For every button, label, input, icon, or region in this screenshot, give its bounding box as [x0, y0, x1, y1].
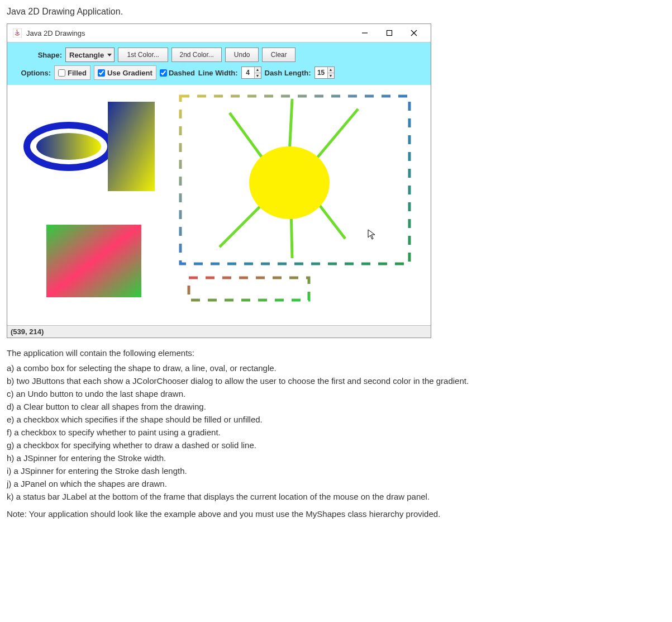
spinner-down-icon[interactable]: ▼ — [328, 73, 334, 79]
undo-button[interactable]: Undo — [225, 48, 259, 62]
description-item: h) a JSpinner for entering the Stroke wi… — [7, 453, 665, 463]
spinner-down-icon[interactable]: ▼ — [255, 73, 261, 79]
status-bar: (539, 214) — [7, 325, 431, 338]
chevron-down-icon — [107, 54, 112, 56]
dashlength-label: Dash Length: — [265, 69, 311, 77]
dashed-checkbox[interactable]: Dashed — [160, 69, 195, 77]
description-item: a) a combo box for selecting the shape t… — [7, 363, 665, 373]
shape-label: Shape: — [13, 51, 62, 59]
second-color-button[interactable]: 2nd Color... — [171, 48, 222, 62]
description-item: e) a checkbox which specifies if the sha… — [7, 415, 665, 424]
linewidth-label: Line Width: — [198, 69, 238, 77]
filled-checkbox-input[interactable] — [58, 69, 65, 77]
svg-point-6 — [36, 133, 101, 160]
description-item: f) a checkbox to specify whether to pain… — [7, 428, 665, 437]
description-item: g) a checkbox for specifying whether to … — [7, 440, 665, 450]
options-label: Options: — [13, 69, 51, 77]
window-titlebar: Java 2D Drawings — [7, 24, 431, 42]
svg-line-11 — [289, 99, 292, 155]
page-title: Java 2D Drawing Application. — [7, 7, 665, 17]
description-item: d) a Clear button to clear all shapes fr… — [7, 402, 665, 411]
filled-checkbox-label: Filled — [68, 69, 87, 77]
spinner-up-icon[interactable]: ▲ — [255, 67, 261, 73]
dashed-checkbox-label: Dashed — [169, 69, 195, 77]
description-item: i) a JSpinner for entering the Stroke da… — [7, 466, 665, 476]
drawing-canvas[interactable] — [7, 85, 431, 325]
app-window: Java 2D Drawings Shape: Rectangle 1st Co… — [7, 23, 431, 338]
close-button[interactable] — [403, 27, 425, 39]
dashlength-spinner[interactable]: 15 ▲ ▼ — [314, 67, 335, 79]
svg-line-12 — [317, 109, 358, 158]
description-lead: The application will contain the followi… — [7, 348, 665, 358]
svg-rect-7 — [108, 102, 155, 191]
description-item: j) a JPanel on which the shapes are draw… — [7, 479, 665, 488]
svg-line-15 — [317, 202, 345, 239]
description-item: c) an Undo button to undo the last shape… — [7, 389, 665, 398]
linewidth-value: 4 — [242, 67, 254, 78]
window-title: Java 2D Drawings — [26, 29, 85, 37]
svg-rect-2 — [387, 31, 392, 36]
dashlength-value: 15 — [315, 67, 327, 78]
svg-rect-8 — [46, 225, 141, 297]
gradient-checkbox-input[interactable] — [98, 69, 105, 77]
shape-combobox-value: Rectangle — [69, 51, 104, 59]
java-icon — [13, 29, 22, 37]
svg-line-13 — [230, 113, 264, 160]
dashed-checkbox-input[interactable] — [160, 69, 167, 77]
description: The application will contain the followi… — [7, 348, 665, 519]
svg-point-18 — [249, 146, 330, 219]
gradient-checkbox[interactable]: Use Gradient — [94, 65, 156, 80]
spinner-up-icon[interactable]: ▲ — [328, 67, 334, 73]
description-item: b) two JButtons that each show a JColorC… — [7, 376, 665, 386]
clear-button[interactable]: Clear — [262, 48, 296, 62]
first-color-button[interactable]: 1st Color... — [118, 48, 168, 62]
svg-rect-10 — [189, 278, 309, 300]
toolbar: Shape: Rectangle 1st Color... 2nd Color.… — [7, 42, 431, 85]
maximize-button[interactable] — [378, 27, 401, 39]
svg-line-14 — [220, 205, 261, 247]
canvas-svg — [7, 85, 431, 325]
description-note: Note: Your application should look like … — [7, 509, 665, 519]
shape-combobox[interactable]: Rectangle — [65, 48, 115, 62]
cursor-icon — [368, 229, 376, 242]
description-item: k) a status bar JLabel at the bottom of … — [7, 492, 665, 501]
gradient-checkbox-label: Use Gradient — [107, 69, 152, 77]
minimize-button[interactable] — [354, 27, 376, 39]
filled-checkbox[interactable]: Filled — [54, 65, 90, 80]
linewidth-spinner[interactable]: 4 ▲ ▼ — [241, 67, 261, 79]
